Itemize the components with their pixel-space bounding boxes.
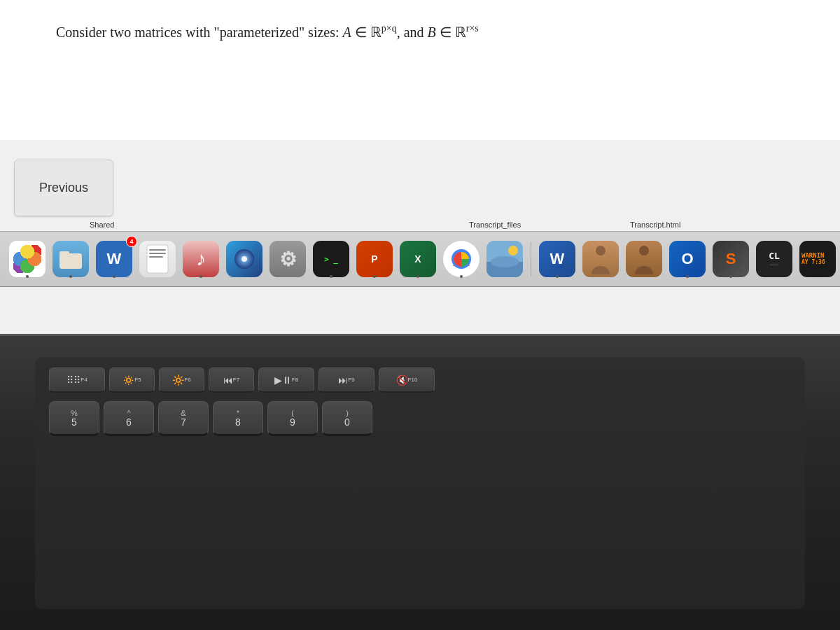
excel-icon: X [400, 241, 436, 277]
f10-label: F10 [408, 377, 418, 383]
dock-icon-info[interactable] [580, 239, 621, 279]
f5-label: F5 [134, 377, 141, 383]
notes-dot [113, 275, 115, 278]
f7-symbol: ⏮ [223, 374, 233, 386]
f4-label: F4 [80, 377, 87, 383]
trash-icon [626, 241, 662, 277]
outlook-dot [686, 275, 689, 278]
f6-label: F6 [184, 377, 190, 383]
key-6-top: ^ [127, 410, 130, 417]
outlook-icon: O [669, 241, 706, 277]
sublime-dot [729, 275, 732, 278]
key-0-bot: 0 [344, 417, 350, 427]
launchpad-icon [226, 241, 262, 277]
photos-icon [9, 241, 46, 277]
dock-icon-launchpad[interactable] [224, 239, 265, 279]
keyboard-area: ⠿⠿ F4 🔅 F5 🔆 F6 ⏮ F7 ▶⏸ F8 ⏭ F9 [0, 336, 840, 630]
dock-icon-excel[interactable]: X [398, 239, 438, 279]
dock-icon-warning[interactable]: WARNIN AY 7:36 [797, 239, 838, 279]
svg-point-15 [596, 246, 606, 255]
key-5-top: % [71, 410, 78, 417]
landscape-icon [486, 241, 523, 277]
dock-icon-outlook[interactable]: O [667, 239, 708, 279]
dock-icon-terminal[interactable]: > _ [311, 239, 351, 279]
svg-point-14 [508, 246, 518, 255]
f8-label: F8 [292, 377, 298, 383]
ppt-dot [373, 275, 376, 278]
key-9[interactable]: ( 9 [267, 401, 318, 436]
transcript-files-label: Transcript_files [469, 220, 521, 229]
powerpoint-icon: P [356, 241, 393, 277]
key-9-bot: 9 [290, 417, 295, 427]
cl-icon: CL ── [756, 241, 792, 277]
svg-rect-1 [59, 251, 69, 255]
previous-button[interactable]: Previous [14, 160, 113, 216]
f7-key[interactable]: ⏮ F7 [209, 368, 254, 393]
math-intro-text: Consider two matrices with "parameterize… [56, 24, 340, 40]
math-content: Consider two matrices with "parameterize… [0, 0, 840, 140]
f9-label: F9 [348, 377, 354, 383]
dock-separator [531, 241, 531, 276]
laptop-screen: Consider two matrices with "parameterize… [0, 0, 840, 336]
dock-icon-cl[interactable]: CL ── [754, 239, 794, 279]
word2-dot [556, 275, 559, 278]
dock-icon-chrome[interactable] [441, 239, 482, 279]
f6-key[interactable]: 🔆 F6 [159, 368, 204, 393]
dock-icon-trash[interactable] [624, 239, 664, 279]
key-8-bot: 8 [235, 417, 241, 427]
svg-point-16 [639, 246, 649, 255]
chrome-dot [460, 275, 463, 278]
key-0[interactable]: ) 0 [322, 401, 372, 436]
f8-symbol: ▶⏸ [274, 374, 292, 386]
terminal-icon: > _ [313, 241, 349, 277]
gear-icon: ⚙ [270, 241, 306, 277]
f8-key[interactable]: ▶⏸ F8 [258, 368, 314, 393]
info-icon [582, 241, 619, 277]
key-5-bot: 5 [71, 417, 77, 427]
svg-rect-0 [59, 253, 82, 269]
dock-icon-photos[interactable] [7, 239, 48, 279]
dock-icon-word2[interactable]: W [537, 239, 578, 279]
f9-key[interactable]: ⏭ F9 [318, 368, 374, 393]
dock-icon-music[interactable]: ♪ [181, 239, 221, 279]
photos-dot [26, 275, 29, 278]
excel-dot [416, 275, 419, 278]
music-icon: ♪ [183, 241, 219, 277]
chrome-icon [443, 241, 479, 277]
dock-icon-sublime[interactable]: S [710, 239, 751, 279]
f9-symbol: ⏭ [338, 374, 348, 386]
f4-key[interactable]: ⠿⠿ F4 [49, 368, 105, 393]
f10-key[interactable]: 🔇 F10 [379, 368, 435, 393]
svg-point-7 [241, 256, 247, 262]
key-8-top: * [237, 410, 239, 417]
f4-symbol: ⠿⠿ [66, 374, 80, 386]
dock-icon-ibooks[interactable] [137, 239, 178, 279]
dock-icon-finder[interactable] [50, 239, 91, 279]
f6-symbol: 🔆 [172, 374, 184, 386]
f5-symbol: 🔅 [122, 374, 134, 386]
finder-icon [52, 241, 89, 277]
key-7[interactable]: & 7 [158, 401, 209, 436]
dock-icon-system-prefs[interactable]: ⚙ [267, 239, 308, 279]
function-key-row: ⠿⠿ F4 🔅 F5 🔆 F6 ⏮ F7 ▶⏸ F8 ⏭ F9 [35, 357, 805, 398]
notes-icon: W [96, 241, 132, 277]
f5-key[interactable]: 🔅 F5 [109, 368, 155, 393]
word2-icon: W [539, 241, 575, 277]
dock-icon-finder2[interactable] [484, 239, 525, 279]
svg-point-13 [491, 256, 519, 267]
dock-icon-notes[interactable]: W 4 [94, 239, 134, 279]
key-8[interactable]: * 8 [213, 401, 263, 436]
dock-icons-container: W 4 ♪ [7, 234, 840, 284]
dock-icon-powerpoint[interactable]: P [354, 239, 395, 279]
key-0-top: ) [346, 410, 349, 417]
key-6[interactable]: ^ 6 [104, 401, 154, 436]
key-9-top: ( [291, 410, 294, 417]
key-6-bot: 6 [126, 417, 132, 427]
ibooks-icon [139, 241, 176, 277]
dock-labels-bar: Shared Transcript_files Transcript.html [0, 217, 840, 232]
finder-dot [69, 275, 72, 278]
key-5[interactable]: % 5 [49, 401, 99, 436]
math-equation: Consider two matrices with "parameterize… [56, 21, 784, 43]
svg-rect-5 [149, 256, 163, 258]
key-7-bot: 7 [181, 417, 186, 427]
